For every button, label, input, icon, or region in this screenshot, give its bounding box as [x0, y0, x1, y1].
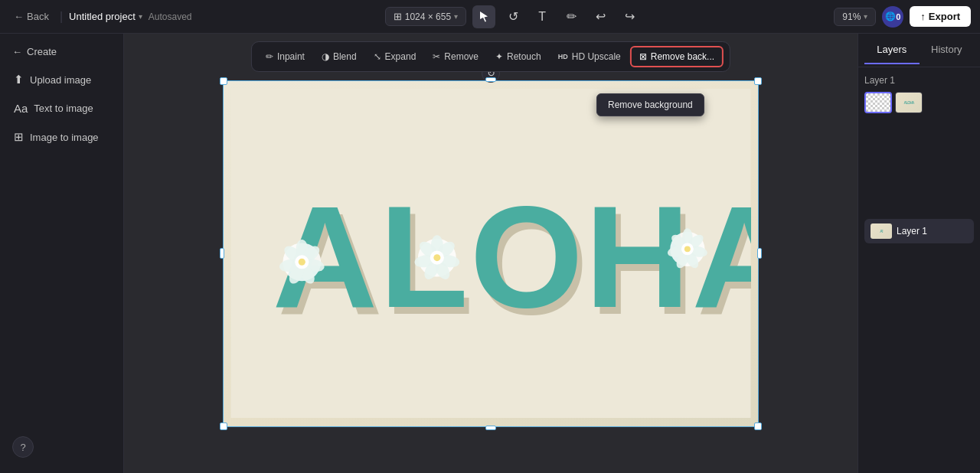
canvas-frame[interactable]: ↻ ALOHA! ALOHA! — [223, 80, 759, 427]
layer-item-label: Layer 1 — [897, 226, 927, 236]
back-button[interactable]: ← Back — [9, 8, 54, 25]
checker-pattern — [866, 93, 890, 112]
thumb-image: ALOHA — [896, 93, 922, 113]
sidebar-item-text-to-image[interactable]: Aa Text to image — [6, 96, 117, 121]
resize-handle-br[interactable] — [754, 422, 762, 430]
dimensions-selector[interactable]: ⊞ 1024 × 655 ▾ — [385, 7, 466, 26]
chevron-down-icon: ▾ — [139, 12, 142, 21]
export-button[interactable]: ↑ Export — [910, 6, 971, 27]
resize-handle-tc[interactable] — [485, 77, 496, 82]
canvas-image: ALOHA! ALOHA! — [224, 81, 758, 426]
resize-handle-mr[interactable] — [757, 248, 762, 259]
remove-icon: ✂ — [433, 51, 440, 62]
remove-button[interactable]: ✂ Remove — [425, 47, 486, 66]
layer-title: Layer 1 — [864, 75, 974, 86]
text-image-icon: Aa — [14, 102, 28, 115]
divider: | — [60, 10, 63, 24]
project-name: Untitled project ▾ — [69, 11, 142, 22]
upscale-button[interactable]: HD HD Upscale — [550, 47, 629, 66]
remove-bg-icon: ⊠ — [639, 51, 647, 62]
blend-button[interactable]: ◑ Blend — [314, 47, 364, 66]
main-layout: ← Create ⬆ Upload image Aa Text to image… — [0, 34, 980, 473]
canvas-area[interactable]: ✏ Inpaint ◑ Blend ⤡ Expand ✂ Remove ✦ Re… — [124, 34, 858, 473]
info-counter[interactable]: 🌐 0 — [882, 6, 903, 28]
inpaint-button[interactable]: ✏ Inpaint — [258, 47, 312, 66]
refresh-tool-button[interactable]: ↺ — [501, 5, 524, 28]
left-sidebar: ← Create ⬆ Upload image Aa Text to image… — [0, 34, 124, 473]
svg-point-32 — [684, 246, 691, 252]
upscale-icon: HD — [558, 53, 568, 60]
layer-thumb-alt[interactable]: ALOHA — [895, 92, 923, 113]
resize-handle-bc[interactable] — [485, 426, 496, 430]
sidebar-create-header: ← Create — [6, 43, 117, 64]
zoom-value: 91% — [842, 11, 861, 22]
chevron-down-icon: ▾ — [864, 12, 867, 21]
retouch-icon: ✦ — [495, 51, 503, 62]
back-create-icon: ← — [12, 46, 22, 57]
upload-icon: ⬆ — [14, 73, 24, 86]
aloha-artwork: ALOHA! ALOHA! — [230, 89, 751, 418]
blend-icon: ◑ — [322, 51, 329, 62]
sidebar-item-upload[interactable]: ⬆ Upload image — [6, 67, 117, 93]
cursor-icon — [478, 11, 490, 23]
layer-item[interactable]: A! Layer 1 — [864, 219, 974, 243]
resize-handle-bl[interactable] — [220, 422, 227, 430]
tab-layers[interactable]: Layers — [864, 36, 920, 64]
export-arrow-icon: ↑ — [920, 11, 926, 22]
inpaint-icon: ✏ — [266, 51, 273, 62]
text-tool-button[interactable]: T — [531, 5, 554, 28]
autosaved-status: Autosaved — [149, 11, 192, 22]
resize-icon: ⊞ — [394, 11, 402, 22]
sidebar-item-image-to-image[interactable]: ⊞ Image to image — [6, 124, 117, 150]
resize-handle-tr[interactable] — [754, 77, 762, 85]
chevron-down-icon: ▾ — [454, 12, 458, 21]
back-arrow-icon: ← — [14, 11, 24, 22]
select-tool-button[interactable] — [472, 5, 495, 28]
zoom-selector[interactable]: 91% ▾ — [834, 8, 876, 26]
retouch-button[interactable]: ✦ Retouch — [488, 47, 549, 66]
panel-tabs: Layers History — [858, 34, 980, 67]
remove-background-button[interactable]: ⊠ Remove back... — [630, 46, 724, 67]
svg-point-22 — [433, 254, 440, 261]
sidebar-bottom: ? — [6, 430, 117, 464]
layer-thumbnails: ALOHA — [864, 92, 974, 113]
pen-tool-button[interactable]: ✏ — [560, 5, 583, 28]
topbar: ← Back | Untitled project ▾ Autosaved ⊞ … — [0, 0, 980, 34]
svg-point-12 — [299, 259, 305, 266]
resize-handle-ml[interactable] — [220, 248, 224, 259]
layer-item-image: A! — [871, 223, 892, 239]
undo-button[interactable]: ↩ — [589, 5, 612, 28]
right-panel: Layers History Layer 1 ALOHA A! — [858, 34, 980, 473]
canvas-toolbar: ✏ Inpaint ◑ Blend ⤡ Expand ✂ Remove ✦ Re… — [251, 41, 730, 72]
resize-handle-tl[interactable] — [220, 77, 227, 85]
info-icon: 🌐 — [885, 11, 896, 21]
layer-thumb-selected[interactable] — [864, 92, 892, 113]
remove-background-tooltip: Remove background — [596, 93, 704, 116]
back-label: Back — [27, 11, 49, 22]
expand-button[interactable]: ⤡ Expand — [366, 47, 424, 66]
topbar-center-tools: ⊞ 1024 × 655 ▾ ↺ T ✏ ↩ ↪ — [385, 5, 641, 28]
topbar-right: 91% ▾ 🌐 0 ↑ Export — [834, 6, 971, 28]
tab-history[interactable]: History — [920, 36, 975, 64]
layer-item-thumbnail: A! — [871, 223, 892, 239]
expand-icon: ⤡ — [374, 51, 381, 62]
panel-layers-content: Layer 1 ALOHA A! Layer 1 — [858, 67, 980, 473]
redo-button[interactable]: ↪ — [618, 5, 641, 28]
image-to-image-icon: ⊞ — [14, 130, 24, 144]
dimensions-value: 1024 × 655 — [405, 11, 451, 22]
help-button[interactable]: ? — [12, 436, 34, 458]
